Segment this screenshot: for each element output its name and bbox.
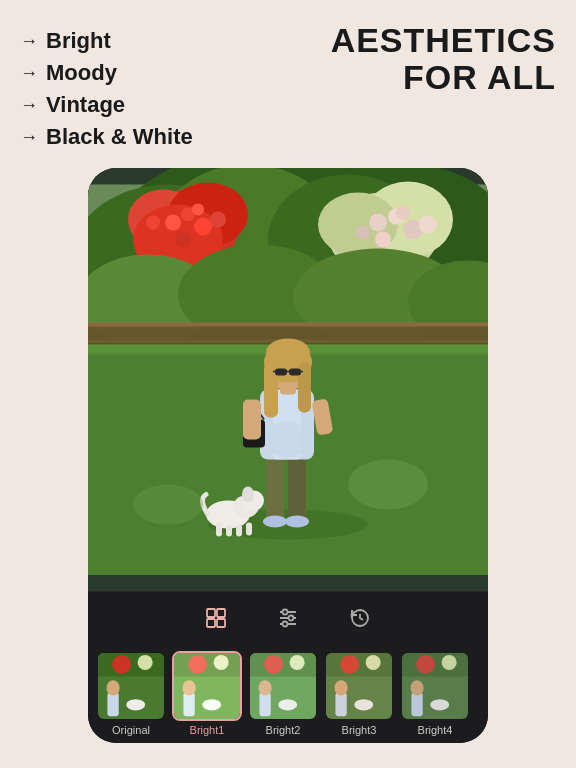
filter-label-bright2: Bright2 [266, 724, 301, 736]
svg-point-12 [194, 218, 212, 236]
svg-point-43 [263, 516, 287, 528]
menu-label-vintage: Vintage [46, 92, 125, 118]
heading-section: AESTHETICS FOR ALL [331, 22, 556, 97]
svg-rect-76 [217, 619, 225, 627]
svg-point-25 [375, 232, 391, 248]
filter-thumb-bright3 [324, 651, 394, 721]
heading-line2: FOR ALL [331, 59, 556, 96]
filter-bright2[interactable]: Bright2 [248, 651, 318, 736]
svg-point-51 [265, 422, 309, 458]
filter-original[interactable]: Original [96, 651, 166, 736]
svg-point-86 [112, 654, 131, 673]
svg-point-66 [242, 487, 254, 503]
phone-frame: Original Bright1 [88, 168, 488, 743]
filter-thumb-bright2 [248, 651, 318, 721]
svg-rect-114 [326, 653, 392, 719]
sliders-button[interactable] [276, 606, 300, 630]
arrow-icon: → [20, 127, 38, 148]
heading-line1: AESTHETICS [331, 22, 556, 59]
svg-rect-58 [275, 369, 287, 376]
menu-section: → Bright → Moody → Vintage → Black & Whi… [20, 28, 193, 150]
svg-point-17 [210, 212, 226, 228]
svg-rect-41 [266, 455, 284, 520]
svg-point-24 [356, 226, 370, 240]
svg-rect-67 [216, 523, 222, 537]
filter-thumb-bright4 [400, 651, 470, 721]
filter-label-bright1: Bright1 [190, 724, 225, 736]
menu-item-moody[interactable]: → Moody [20, 60, 193, 86]
svg-point-82 [283, 621, 288, 626]
filter-label-bright4: Bright4 [418, 724, 453, 736]
svg-rect-75 [207, 619, 215, 627]
layers-button[interactable] [204, 606, 228, 630]
svg-rect-122 [402, 653, 468, 719]
svg-point-21 [369, 214, 387, 232]
svg-rect-98 [174, 653, 240, 719]
svg-point-89 [106, 680, 119, 695]
svg-point-57 [266, 339, 310, 367]
svg-point-26 [396, 206, 410, 220]
filter-label-original: Original [112, 724, 150, 736]
svg-rect-73 [207, 609, 215, 617]
arrow-icon: → [20, 31, 38, 52]
arrow-icon: → [20, 63, 38, 84]
svg-point-27 [419, 216, 437, 234]
filters-strip: Original Bright1 [88, 643, 488, 743]
svg-rect-74 [217, 609, 225, 617]
filter-bright3[interactable]: Bright3 [324, 651, 394, 736]
svg-point-72 [133, 485, 203, 525]
filter-thumb-original [96, 651, 166, 721]
svg-rect-49 [243, 400, 261, 440]
history-button[interactable] [348, 606, 372, 630]
toolbar [88, 591, 488, 643]
filter-bright4[interactable]: Bright4 [400, 651, 470, 736]
menu-item-bw[interactable]: → Black & White [20, 124, 193, 150]
svg-rect-68 [226, 525, 232, 537]
svg-point-15 [192, 204, 204, 216]
arrow-icon: → [20, 95, 38, 116]
svg-point-10 [165, 215, 181, 231]
menu-label-bw: Black & White [46, 124, 193, 150]
filter-thumb-bright1 [172, 651, 242, 721]
svg-point-14 [175, 232, 191, 248]
filter-bright1[interactable]: Bright1 [172, 651, 242, 736]
menu-label-bright: Bright [46, 28, 111, 54]
svg-rect-70 [246, 523, 252, 536]
svg-rect-106 [250, 653, 316, 719]
svg-rect-59 [289, 369, 301, 376]
menu-item-vintage[interactable]: → Vintage [20, 92, 193, 118]
svg-rect-42 [288, 455, 306, 520]
svg-rect-85 [98, 653, 164, 677]
svg-point-71 [348, 460, 428, 510]
svg-point-16 [146, 216, 160, 230]
menu-item-bright[interactable]: → Bright [20, 28, 193, 54]
photo-area [88, 168, 488, 591]
svg-point-44 [285, 516, 309, 528]
svg-point-80 [283, 609, 288, 614]
menu-label-moody: Moody [46, 60, 117, 86]
svg-point-87 [138, 654, 153, 669]
svg-point-81 [289, 615, 294, 620]
svg-point-90 [126, 699, 145, 710]
svg-rect-88 [107, 692, 118, 716]
svg-rect-36 [88, 323, 488, 327]
svg-rect-69 [236, 525, 242, 537]
filter-label-bright3: Bright3 [342, 724, 377, 736]
svg-point-13 [154, 229, 166, 241]
